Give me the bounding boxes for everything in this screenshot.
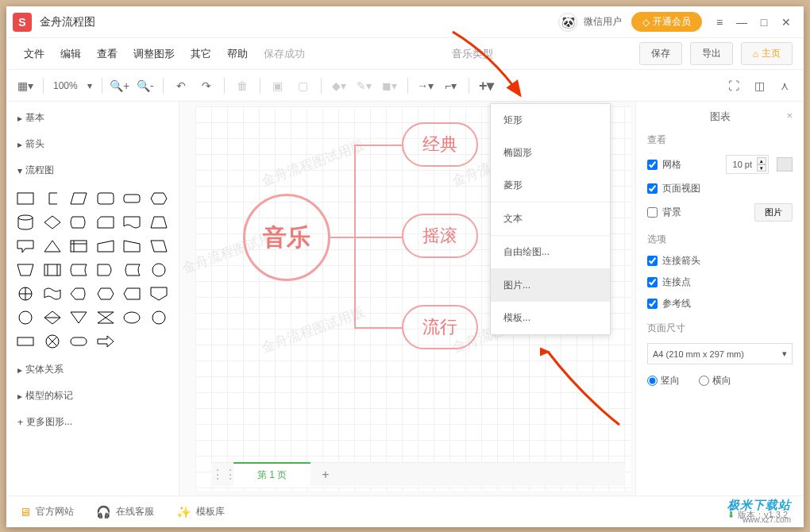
shape-hexagon[interactable] bbox=[148, 188, 170, 209]
shape-or[interactable] bbox=[14, 283, 37, 304]
shape-rect[interactable] bbox=[14, 188, 37, 209]
shape-display2[interactable] bbox=[68, 283, 90, 304]
shape-terminator[interactable] bbox=[68, 331, 90, 352]
shape-doc[interactable] bbox=[121, 212, 143, 233]
minimize-button[interactable]: — bbox=[731, 11, 753, 33]
fill-icon[interactable]: ◆▾ bbox=[328, 75, 350, 97]
shape-circle[interactable] bbox=[148, 260, 170, 280]
dd-freehand[interactable]: 自由绘图... bbox=[491, 236, 610, 268]
sidebar-cat-entity[interactable]: ▸ 实体关系 bbox=[10, 357, 176, 383]
radio-portrait[interactable]: 竖向 bbox=[647, 374, 680, 387]
menu-edit[interactable]: 编辑 bbox=[54, 44, 87, 64]
node-pop[interactable]: 流行 bbox=[402, 305, 478, 349]
sidebar-cat-model[interactable]: ▸ 模型的标记 bbox=[10, 383, 176, 409]
shape-internal[interactable] bbox=[68, 236, 90, 256]
vip-button[interactable]: ◇开通会员 bbox=[631, 12, 702, 32]
front-icon[interactable]: ▣ bbox=[267, 75, 289, 97]
tab-page-1[interactable]: 第 1 页 bbox=[233, 462, 310, 487]
node-rock[interactable]: 摇滚 bbox=[402, 214, 478, 258]
step-up-icon[interactable]: ▴ bbox=[757, 157, 766, 164]
panel-close-icon[interactable]: × bbox=[786, 110, 793, 121]
insert-icon[interactable]: +▾ bbox=[476, 75, 498, 97]
shape-delay[interactable] bbox=[94, 260, 117, 280]
close-button[interactable]: ✕ bbox=[775, 11, 797, 33]
shape-ellipse[interactable] bbox=[121, 307, 143, 328]
menu-other[interactable]: 其它 bbox=[184, 44, 218, 64]
shape-display[interactable] bbox=[68, 212, 90, 233]
collapse-icon[interactable]: ⋏ bbox=[773, 75, 796, 97]
home-button[interactable]: ⌂主页 bbox=[741, 42, 793, 65]
radio-landscape[interactable]: 横向 bbox=[699, 374, 731, 387]
shape-stored[interactable] bbox=[68, 260, 90, 280]
save-button[interactable]: 保存 bbox=[639, 42, 682, 65]
line-color-icon[interactable]: ✎▾ bbox=[353, 75, 376, 97]
shape-manual[interactable] bbox=[121, 283, 143, 304]
shape-skew2[interactable] bbox=[121, 236, 143, 256]
dd-text[interactable]: 文本 bbox=[491, 202, 610, 235]
sidebar-cat-flowchart[interactable]: ▾ 流程图 bbox=[10, 157, 176, 183]
shape-circle3[interactable] bbox=[148, 307, 170, 328]
zoom-in-icon[interactable]: 🔍+ bbox=[109, 75, 131, 97]
connector-icon[interactable]: →▾ bbox=[415, 75, 437, 97]
shape-offpage[interactable] bbox=[148, 283, 170, 304]
menu-icon[interactable]: ≡ bbox=[708, 11, 731, 33]
panels-icon[interactable]: ◫ bbox=[748, 75, 770, 97]
shape-roundrect2[interactable] bbox=[121, 188, 143, 209]
shape-triangle[interactable] bbox=[41, 236, 64, 256]
shape-loop[interactable] bbox=[94, 283, 117, 304]
redo-icon[interactable]: ↷ bbox=[195, 75, 218, 97]
menu-view[interactable]: 查看 bbox=[91, 44, 124, 64]
shape-cylinder[interactable] bbox=[14, 212, 37, 233]
layout-icon[interactable]: ▦▾ bbox=[14, 75, 37, 97]
shape-collate[interactable] bbox=[94, 307, 117, 328]
shape-skew[interactable] bbox=[94, 236, 117, 256]
shape-parallelogram2[interactable] bbox=[148, 236, 170, 256]
back-icon[interactable]: ▢ bbox=[292, 75, 314, 97]
menu-file[interactable]: 文件 bbox=[17, 44, 51, 64]
shape-subprocess[interactable] bbox=[41, 260, 64, 280]
checkbox-guide[interactable] bbox=[647, 299, 658, 309]
shape-parallelogram[interactable] bbox=[68, 188, 90, 209]
tab-add-button[interactable]: + bbox=[310, 463, 340, 487]
zoom-out-icon[interactable]: 🔍- bbox=[134, 75, 156, 97]
shape-sort[interactable] bbox=[41, 307, 64, 328]
menu-help[interactable]: 帮助 bbox=[221, 44, 254, 64]
shape-bracket[interactable] bbox=[41, 188, 64, 209]
shape-storage[interactable] bbox=[121, 260, 143, 280]
delete-icon[interactable]: 🗑 bbox=[231, 75, 253, 97]
checkbox-background[interactable] bbox=[647, 207, 658, 218]
shape-merge[interactable] bbox=[68, 307, 90, 328]
page-size-select[interactable]: A4 (210 mm x 297 mm)▾ bbox=[647, 343, 793, 364]
maximize-button[interactable]: □ bbox=[753, 11, 775, 33]
checkbox-pageview[interactable] bbox=[647, 183, 658, 194]
grid-color-swatch[interactable] bbox=[777, 157, 793, 172]
shadow-icon[interactable]: ◼▾ bbox=[379, 75, 401, 97]
dd-ellipse[interactable]: 椭圆形 bbox=[491, 137, 610, 169]
grid-size-input[interactable]: 10 pt▴▾ bbox=[726, 155, 769, 174]
fullscreen-icon[interactable]: ⛶ bbox=[723, 75, 745, 97]
footer-website[interactable]: 🖥官方网站 bbox=[19, 505, 74, 519]
node-music[interactable]: 音乐 bbox=[243, 194, 330, 281]
shape-arrow[interactable] bbox=[94, 331, 117, 352]
sidebar-cat-arrow[interactable]: ▸ 箭头 bbox=[10, 131, 176, 157]
dd-rect[interactable]: 矩形 bbox=[491, 104, 610, 137]
shape-trapezoid[interactable] bbox=[148, 212, 170, 233]
dd-template[interactable]: 模板... bbox=[491, 302, 610, 334]
sidebar-cat-basic[interactable]: ▸ 基本 bbox=[10, 105, 176, 131]
shape-rect2[interactable] bbox=[14, 331, 37, 352]
shape-circle2[interactable] bbox=[14, 307, 37, 328]
menu-adjust[interactable]: 调整图形 bbox=[127, 44, 181, 64]
export-button[interactable]: 导出 bbox=[690, 42, 733, 65]
node-classic[interactable]: 经典 bbox=[402, 122, 478, 167]
waypoint-icon[interactable]: ⌐▾ bbox=[440, 75, 462, 97]
shape-sum[interactable] bbox=[41, 331, 64, 352]
dd-diamond[interactable]: 菱形 bbox=[491, 169, 610, 202]
shape-tape[interactable] bbox=[41, 283, 64, 304]
footer-templates[interactable]: ✨模板库 bbox=[176, 505, 225, 519]
user-avatar-icon[interactable]: 🐼 bbox=[558, 13, 577, 32]
shape-diamond[interactable] bbox=[41, 212, 64, 233]
step-down-icon[interactable]: ▾ bbox=[757, 164, 766, 172]
sidebar-more-shapes[interactable]: + 更多图形... bbox=[10, 409, 176, 435]
tab-handle-icon[interactable]: ⋮⋮ bbox=[211, 467, 233, 482]
bg-image-button[interactable]: 图片 bbox=[754, 203, 793, 222]
